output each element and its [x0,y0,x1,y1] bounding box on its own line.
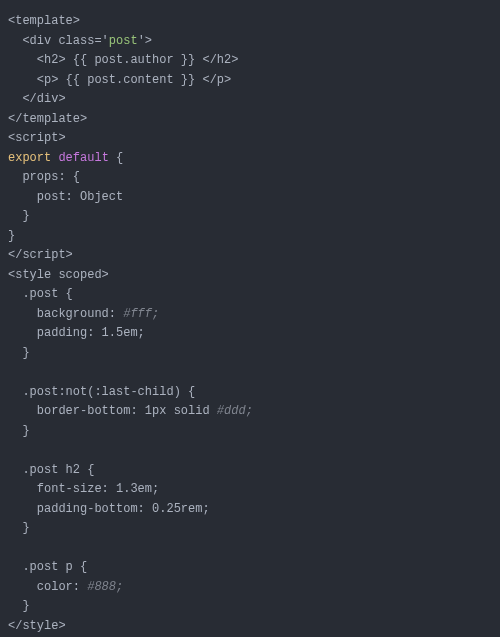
code-line: } [8,521,30,535]
code-line: </div> [8,92,66,106]
code-line: color: #888; [8,580,123,594]
code-line: } [8,599,30,613]
code-line: </template> [8,112,87,126]
code-line: </script> [8,248,73,262]
code-line: <h2> {{ post.author }} </h2> [8,53,238,67]
code-line: font-size: 1.3em; [8,482,159,496]
code-line: </style> [8,619,66,633]
code-line: border-bottom: 1px solid #ddd; [8,404,253,418]
code-line: <style scoped> [8,268,109,282]
code-line: post: Object [8,190,123,204]
code-line: background: #fff; [8,307,159,321]
code-line: padding: 1.5em; [8,326,145,340]
code-block: <template> <div class='post'> <h2> {{ po… [0,0,500,637]
code-line: .post { [8,287,73,301]
code-line: } [8,229,15,243]
code-line: .post:not(:last-child) { [8,385,195,399]
code-line: <template> [8,14,80,28]
code-line: } [8,424,30,438]
code-line: <script> [8,131,66,145]
code-line: } [8,346,30,360]
code-line: .post p { [8,560,87,574]
code-line: .post h2 { [8,463,94,477]
code-line: } [8,209,30,223]
code-line: export default { [8,151,123,165]
code-line: <div class='post'> [8,34,152,48]
code-line: padding-bottom: 0.25rem; [8,502,210,516]
code-line: props: { [8,170,80,184]
code-line: <p> {{ post.content }} </p> [8,73,231,87]
